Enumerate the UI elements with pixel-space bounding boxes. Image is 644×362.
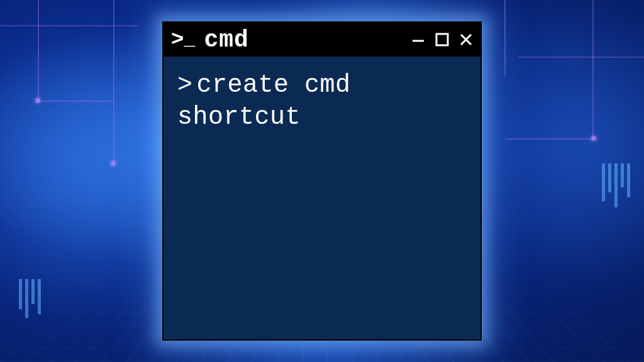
circuit-line xyxy=(113,0,114,163)
close-icon xyxy=(459,33,473,47)
terminal-body[interactable]: >create cmd shortcut xyxy=(164,57,480,146)
close-button[interactable] xyxy=(458,31,474,48)
window-controls xyxy=(410,31,474,48)
maximize-button[interactable] xyxy=(434,31,450,48)
maximize-icon xyxy=(435,33,449,47)
circuit-line xyxy=(592,0,594,138)
circuit-node xyxy=(591,136,596,141)
window-title: cmd xyxy=(204,26,404,53)
minimize-button[interactable] xyxy=(410,31,426,48)
command-line: >create cmd shortcut xyxy=(177,69,467,133)
prompt-symbol: > xyxy=(177,71,193,99)
svg-rect-1 xyxy=(436,34,448,45)
circuit-line xyxy=(518,57,644,58)
command-text: create cmd shortcut xyxy=(177,71,351,131)
circuit-line xyxy=(0,25,138,26)
circuit-line xyxy=(504,0,506,75)
circuit-line xyxy=(38,0,39,101)
terminal-prompt-icon: >_ xyxy=(171,28,197,52)
circuit-node xyxy=(35,98,40,103)
circuit-line xyxy=(38,101,113,102)
terminal-window: >_ cmd >create cmd sho xyxy=(162,21,482,341)
circuit-node xyxy=(111,161,116,166)
titlebar[interactable]: >_ cmd xyxy=(164,23,480,57)
circuit-line xyxy=(506,138,594,140)
data-bars-icon xyxy=(602,163,630,207)
data-bars-icon xyxy=(19,279,41,318)
minimize-icon xyxy=(411,32,426,47)
